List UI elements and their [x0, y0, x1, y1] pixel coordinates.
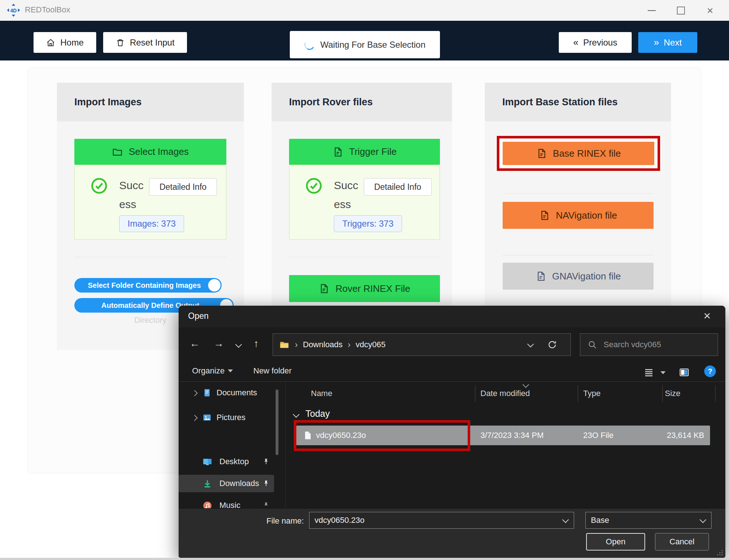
forward-icon[interactable]: → [214, 338, 224, 349]
sidebar-pictures-label: Pictures [217, 413, 245, 422]
rover-success-line2: ess [334, 195, 358, 214]
address-dropdown-chevron-icon[interactable] [527, 341, 534, 347]
dialog-title-bar: Open × [179, 306, 725, 328]
gnavigation-file-button[interactable]: GNAVigation file [503, 263, 654, 290]
sidebar-item-documents[interactable]: Documents [179, 384, 274, 402]
column-divider[interactable] [475, 385, 475, 402]
toggle-select-folder[interactable]: Select Folder Containing Images [74, 278, 222, 293]
breadcrumb-downloads[interactable]: Downloads [303, 340, 343, 349]
desktop-icon [202, 457, 213, 467]
minimize-button[interactable] [641, 0, 663, 21]
panel-base-divider-1 [503, 193, 654, 193]
sidebar-list-separator [285, 382, 286, 508]
address-bar[interactable]: › Downloads › vdcy065 [273, 333, 571, 356]
back-icon[interactable]: ← [190, 338, 200, 349]
rover-detailed-info-button[interactable]: Detailed Info [364, 178, 432, 196]
organize-caret-icon [228, 369, 233, 372]
up-icon[interactable]: ↑ [254, 338, 259, 349]
select-images-label: Select Images [129, 146, 189, 157]
column-header-size[interactable]: Size [665, 389, 681, 398]
sidebar-desktop-label: Desktop [219, 457, 249, 466]
file-date: 3/7/2023 3:34 PM [480, 431, 544, 440]
open-button[interactable]: Open [586, 533, 645, 551]
file-name-input[interactable]: vdcy0650.23o [309, 512, 574, 529]
pictures-icon [202, 412, 212, 423]
toggle-select-folder-label: Select Folder Containing Images [88, 281, 201, 290]
file-row-highlight [294, 420, 470, 451]
group-today-label: Today [305, 408, 330, 419]
cancel-button[interactable]: Cancel [655, 533, 709, 551]
previous-icon: « [573, 37, 578, 48]
sidebar-item-pictures[interactable]: Pictures [179, 409, 274, 426]
reset-input-label: Reset Input [130, 38, 175, 48]
file-icon [332, 146, 343, 157]
panel-rover-divider [289, 257, 440, 257]
column-header-type[interactable]: Type [583, 389, 601, 398]
refresh-icon[interactable] [547, 340, 557, 350]
new-folder-button[interactable]: New folder [253, 366, 292, 376]
title-bar: 4D REDToolBox × [0, 0, 729, 21]
base-rinex-highlight: Base RINEX file [497, 136, 660, 171]
column-header-name[interactable]: Name [311, 389, 332, 398]
base-rinex-label: Base RINEX file [553, 148, 621, 159]
organize-menu[interactable]: Organize [192, 366, 233, 376]
panel-base-header: Import Base Station files [485, 83, 671, 121]
file-type-value: Base [591, 516, 609, 525]
gnavigation-file-label: GNAVigation file [552, 271, 621, 282]
previous-label: Previous [583, 38, 617, 48]
sidebar-scrollbar[interactable] [276, 389, 278, 455]
file-type-select[interactable]: Base [585, 512, 712, 529]
rover-rinex-button[interactable]: Rover RINEX File [289, 275, 440, 302]
pin-icon [262, 479, 270, 488]
home-icon [46, 38, 55, 47]
resize-grip[interactable] [717, 549, 723, 556]
check-icon [91, 177, 108, 194]
next-button[interactable]: » Next [638, 32, 697, 53]
images-success-box: Succ ess Detailed Info Images: 373 [74, 165, 226, 240]
expander-icon[interactable] [192, 390, 198, 396]
sidebar-item-desktop[interactable]: Desktop [179, 453, 274, 470]
documents-icon [202, 388, 212, 398]
select-images-button[interactable]: Select Images [74, 139, 226, 165]
folder-icon [279, 339, 290, 350]
help-icon[interactable]: ? [704, 365, 716, 377]
trigger-file-button[interactable]: Trigger File [289, 139, 440, 165]
expander-icon[interactable] [192, 415, 198, 421]
previous-button[interactable]: « Previous [559, 32, 632, 53]
app-window: 4D REDToolBox × Home Reset Input Waiting… [0, 0, 729, 560]
dialog-close-button[interactable]: × [703, 309, 711, 323]
sort-chevron-icon [522, 381, 529, 388]
new-folder-label: New folder [253, 366, 292, 376]
status-spinner-icon [303, 38, 316, 51]
breadcrumb-vdcy065[interactable]: vdcy065 [356, 340, 386, 349]
column-divider[interactable] [662, 385, 663, 402]
navigation-file-button[interactable]: NAVigation file [503, 202, 654, 229]
breadcrumb-separator: › [348, 340, 351, 350]
panel-base-divider-2 [503, 255, 654, 255]
preview-pane-icon[interactable] [679, 367, 690, 378]
search-icon [588, 340, 597, 349]
maximize-button[interactable] [670, 0, 692, 21]
search-input[interactable]: Search vdcy065 [580, 333, 718, 356]
base-rinex-button[interactable]: Base RINEX file [503, 142, 654, 165]
column-divider[interactable] [578, 385, 578, 402]
group-collapse-chevron-icon[interactable] [293, 411, 299, 418]
recent-locations-chevron-icon[interactable] [235, 341, 242, 348]
images-detailed-info-button[interactable]: Detailed Info [149, 178, 217, 196]
images-success-line2: ess [119, 195, 144, 214]
file-icon [536, 148, 547, 159]
file-size: 23,614 KB [667, 431, 704, 440]
reset-input-button[interactable]: Reset Input [103, 32, 187, 53]
file-icon [539, 210, 550, 221]
minimize-icon [648, 10, 656, 11]
view-options-caret-icon[interactable] [660, 371, 666, 374]
next-icon: » [654, 37, 659, 48]
list-view-icon[interactable] [643, 367, 654, 378]
column-header-date[interactable]: Date modified [480, 389, 530, 398]
file-icon [319, 283, 330, 294]
column-divider[interactable] [715, 385, 716, 402]
sidebar-documents-label: Documents [217, 388, 257, 398]
close-button[interactable]: × [699, 0, 721, 21]
home-button[interactable]: Home [34, 32, 96, 53]
sidebar-item-downloads[interactable]: Downloads [179, 475, 274, 492]
